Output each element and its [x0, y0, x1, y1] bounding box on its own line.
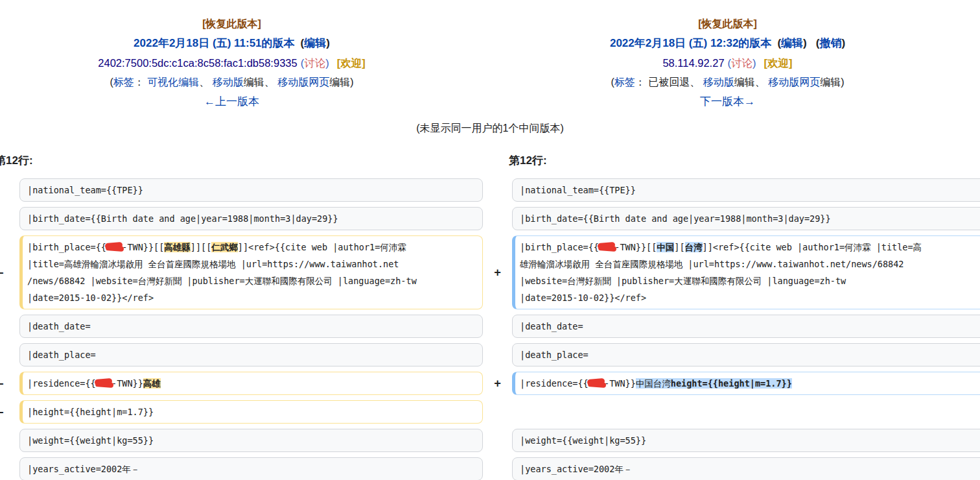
diff-spacer: [6, 235, 19, 309]
diff-marker-plus: [483, 400, 512, 424]
code-line: |residence={{ROC-TWN}}中国台湾height={{heigh…: [520, 375, 980, 392]
tags-label-link[interactable]: 标签: [614, 77, 635, 88]
diff-change-highlight: 中国台湾: [636, 378, 671, 389]
new-revision-date-line: 2022年2月18日 (五) 12:32的版本(编辑)(撤销): [480, 34, 975, 53]
diff-marker-minus: −: [0, 372, 6, 395]
diff-change-highlight: height={{height|m=1.7}}: [671, 378, 792, 389]
tag-link[interactable]: 移动版: [703, 77, 734, 88]
line-number-old: 第12行:: [0, 153, 33, 168]
diff-change-highlight: 仁武鄉: [211, 242, 238, 252]
old-revision-date-link[interactable]: 2022年2月18日 (五) 11:51的版本: [134, 37, 295, 49]
diff-marker-plus: +: [483, 372, 512, 395]
diff-marker-minus: [0, 429, 6, 452]
prev-revision-link[interactable]: ←上一版本: [204, 95, 259, 108]
diff-marker-plus: +: [483, 235, 512, 309]
diff-row: −|height={{height|m=1.7}}: [0, 400, 980, 424]
code-line: |date=2015-10-02}}</ref>: [27, 289, 475, 306]
new-revision-user-link[interactable]: 58.114.92.27: [662, 57, 724, 69]
diff-line-new: |residence={{ROC-TWN}}中国台湾height={{heigh…: [512, 372, 980, 395]
code-line: 雄滑輪溜冰場啟用 全台首座國際規格場地 |url=https://www.tai…: [520, 256, 980, 272]
diff-marker-plus: [483, 178, 512, 202]
diff-line-old: |birth_place={{ROC-TWN}}[[高雄縣]][[仁武鄉]]<r…: [19, 235, 483, 309]
tag-link[interactable]: 移动版网页: [277, 77, 329, 88]
line-number-new: 第12行:: [509, 153, 547, 168]
code-line: |weight={{weight|kg=55}}: [27, 432, 475, 449]
paren: ): [325, 57, 329, 69]
diff-row: |years_active=2002年－|years_active=2002年－: [0, 457, 980, 480]
code-line: |death_date=: [27, 318, 475, 335]
diff-marker-minus: [0, 315, 6, 338]
tag-link[interactable]: 可视化编辑: [147, 77, 199, 88]
tag-link[interactable]: 移动版网页: [768, 77, 820, 88]
tag-link[interactable]: 移动版: [213, 77, 244, 88]
code-line: |death_place=: [27, 346, 475, 363]
diff-row: |death_date=|death_date=: [0, 315, 980, 338]
diff-line-new: |weight={{weight|kg=55}}: [512, 429, 980, 452]
diff-line-new: |birth_place={{ROC-TWN}}[[中国][台湾]]<ref>{…: [512, 235, 980, 309]
restore-old-revision-link[interactable]: [恢复此版本]: [202, 18, 261, 29]
old-revision-user-link[interactable]: 2402:7500:5dc:c1ca:8c58:fac1:db58:9335: [98, 57, 297, 69]
diff-marker-plus: [483, 457, 512, 480]
diff-marker-plus: [483, 429, 512, 452]
tags-label-link[interactable]: 标签: [113, 77, 134, 88]
code-line: |death_date=: [520, 318, 980, 335]
diff-line-new: |birth_date={{Birth date and age|year=19…: [512, 207, 980, 230]
diff-line-new: |years_active=2002年－: [512, 457, 980, 480]
new-revision-tags: (标签： 已被回退、 移动版编辑、 移动版网页编辑): [480, 73, 975, 92]
paren: ): [841, 37, 845, 49]
new-revision-edit-link[interactable]: 编辑: [781, 37, 803, 49]
code-line: |birth_date={{Birth date and age|year=19…: [520, 210, 980, 227]
diff-change-highlight: 高雄縣: [164, 242, 191, 252]
old-revision-welcome-link[interactable]: [欢迎]: [337, 57, 366, 69]
new-revision-talk-link[interactable]: 讨论: [731, 57, 752, 69]
diff-row: |birth_date={{Birth date and age|year=19…: [0, 207, 980, 230]
old-revision-nav-line: ←上一版本: [0, 92, 480, 112]
new-revision-header: [恢复此版本] 2022年2月18日 (五) 12:32的版本(编辑)(撤销) …: [480, 14, 975, 112]
diff-line-old: |weight={{weight|kg=55}}: [19, 429, 483, 452]
diff-marker-minus: −: [0, 400, 6, 424]
new-revision-date-link[interactable]: 2022年2月18日 (五) 12:32的版本: [610, 37, 771, 49]
code-line: |death_place=: [520, 346, 980, 363]
diff-spacer: [6, 429, 19, 452]
paren: ): [752, 57, 756, 69]
restore-new-revision-link[interactable]: [恢复此版本]: [698, 18, 757, 29]
code-line: |birth_date={{Birth date and age|year=19…: [27, 210, 475, 227]
diff-line-new: [512, 400, 980, 424]
diff-line-new: |national_team={{TPE}}: [512, 178, 980, 202]
code-line: |website=台灣好新聞 |publisher=大運聯和國際有限公司 |la…: [520, 272, 980, 289]
diff-row: |death_place=|death_place=: [0, 343, 980, 366]
paren: ): [326, 37, 330, 49]
diff-marker-minus: [0, 207, 6, 230]
diff-marker-plus: [483, 343, 512, 366]
diff-line-old: |death_date=: [19, 315, 483, 338]
code-line: |title=高雄滑輪溜冰場啟用 全台首座國際規格場地 |url=https:/…: [27, 256, 475, 272]
paren: ): [803, 37, 807, 49]
diff-change-highlight: 中国: [657, 242, 674, 252]
new-restore-line: [恢复此版本]: [480, 14, 975, 34]
diff-line-new: |death_date=: [512, 315, 980, 338]
code-line: |date=2015-10-02}}</ref>: [520, 289, 980, 306]
tag-text: 已被回退: [648, 77, 690, 88]
old-revision-edit-link[interactable]: 编辑: [304, 37, 326, 49]
diff-spacer: [6, 178, 19, 202]
new-revision-welcome-link[interactable]: [欢迎]: [764, 57, 793, 69]
diff-row: |national_team={{TPE}}|national_team={{T…: [0, 178, 980, 202]
diff-change-highlight: 台湾: [685, 242, 703, 252]
diff-line-old: |national_team={{TPE}}: [19, 178, 483, 202]
code-line: |birth_place={{ROC-TWN}}[[高雄縣]][[仁武鄉]]<r…: [27, 239, 475, 256]
diff-line-old: |height={{height|m=1.7}}: [19, 400, 483, 424]
diff-table: |national_team={{TPE}}|national_team={{T…: [0, 178, 980, 480]
new-revision-undo-link[interactable]: 撤销: [819, 37, 841, 49]
hidden-revisions-note: (未显示同一用户的1个中间版本): [0, 121, 980, 136]
next-revision-link[interactable]: 下一版本→: [700, 95, 755, 108]
code-line: |national_team={{TPE}}: [520, 182, 980, 198]
old-revision-talk-link[interactable]: 讨论: [304, 57, 325, 69]
diff-line-old: |residence={{ROC-TWN}}高雄: [19, 372, 483, 395]
diff-row: −|residence={{ROC-TWN}}高雄+|residence={{R…: [0, 372, 980, 395]
code-line: |weight={{weight|kg=55}}: [520, 432, 980, 449]
diff-header: [恢复此版本] 2022年2月18日 (五) 11:51的版本(编辑) 2402…: [0, 0, 975, 112]
red-scribble-redaction: ROC: [589, 375, 604, 392]
diff-line-old: |birth_date={{Birth date and age|year=19…: [19, 207, 483, 230]
code-line: |height={{height|m=1.7}}: [27, 403, 475, 420]
diff-row: −|birth_place={{ROC-TWN}}[[高雄縣]][[仁武鄉]]<…: [0, 235, 980, 309]
